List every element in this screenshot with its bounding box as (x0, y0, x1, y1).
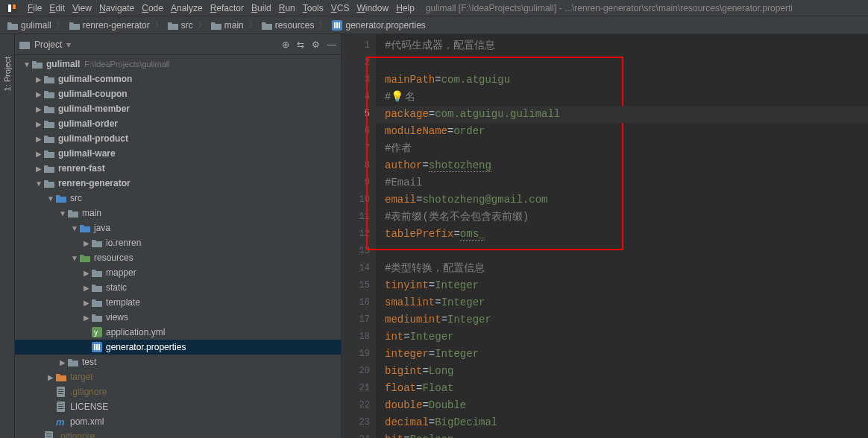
tree-item[interactable]: LICENSE (15, 399, 341, 414)
tree-item[interactable]: ▶template (15, 295, 341, 310)
collapse-icon[interactable]: ⇆ (297, 39, 304, 50)
tree-item[interactable]: ▼renren-generator (15, 176, 341, 191)
breadcrumb-item[interactable]: generator.properties (327, 20, 430, 31)
menu-help[interactable]: Help (392, 1, 418, 15)
sidebar-title: Project (34, 39, 62, 50)
code-line[interactable]: float=Float (385, 380, 868, 397)
menu-code[interactable]: Code (138, 1, 167, 15)
dropdown-icon[interactable]: ▾ (66, 39, 71, 50)
project-tree[interactable]: ▼gulimallF:\IdeaProjects\gulimall▶gulima… (15, 55, 341, 438)
window-title: gulimall [F:\IdeaProjects\gulimall] - ..… (426, 3, 793, 13)
code-line[interactable]: #代码生成器，配置信息 (385, 37, 868, 54)
tree-item[interactable]: ▼resources (15, 250, 341, 265)
hide-icon[interactable]: — (327, 39, 336, 50)
tree-item[interactable]: ▶gulimall-coupon (15, 86, 341, 101)
code-line[interactable]: #💡名 (385, 89, 868, 106)
tree-item[interactable]: generator.properties (15, 340, 341, 355)
menu-refactor[interactable]: Refactor (207, 1, 248, 15)
code-line[interactable]: #Email (385, 174, 868, 191)
code-line[interactable]: email=shotozheng@gmail.com (385, 191, 868, 209)
tree-item[interactable]: ▼java (15, 220, 341, 235)
tree-item[interactable]: ▶gulimall-common (15, 72, 341, 86)
code-line[interactable]: mediumint=Integer (385, 311, 868, 328)
svg-rect-5 (336, 22, 338, 28)
menu-run[interactable]: Run (275, 1, 299, 15)
editor-code[interactable]: #代码生成器，配置信息 mainPath=com.atguigu#💡名packa… (376, 34, 868, 438)
breadcrumb-item[interactable]: gulimall (3, 20, 56, 31)
code-line[interactable]: smallint=Integer (385, 294, 868, 311)
code-line[interactable]: double=Double (385, 397, 868, 414)
code-line[interactable]: mainPath=com.atguigu (385, 72, 868, 89)
code-line[interactable]: author=shotozheng (385, 157, 868, 174)
tree-item[interactable]: ▶target (15, 369, 341, 384)
bulb-icon[interactable]: 💡 (391, 91, 403, 103)
code-line[interactable]: int=Integer (385, 328, 868, 346)
svg-rect-11 (94, 344, 95, 350)
props-icon (91, 342, 103, 352)
tree-item[interactable]: ▶mapper (15, 265, 341, 280)
bluefolder-icon (79, 223, 91, 232)
menu-vcs[interactable]: VCS (327, 1, 353, 15)
menu-analyze[interactable]: Analyze (167, 1, 207, 15)
file-icon (55, 402, 67, 412)
code-line[interactable]: #类型转换，配置信息 (385, 260, 868, 277)
code-line[interactable] (385, 243, 868, 260)
tree-item[interactable]: mpom.xml (15, 414, 341, 429)
maven-icon: m (55, 416, 67, 427)
svg-text:y: y (94, 328, 98, 337)
menu-navigate[interactable]: Navigate (95, 1, 138, 15)
code-line[interactable]: package=com.atguigu.gulimall (376, 106, 868, 123)
tree-item[interactable]: ▶renren-fast (15, 161, 341, 176)
tree-item[interactable]: ▼gulimallF:\IdeaProjects\gulimall (15, 57, 341, 72)
tree-item[interactable]: ▼src (15, 191, 341, 206)
breadcrumb-item[interactable]: renren-generator (65, 20, 154, 31)
code-line[interactable]: bit=Boolean (385, 431, 868, 438)
svg-rect-24 (46, 434, 51, 434)
target-icon[interactable]: ⊕ (282, 39, 289, 50)
tree-item[interactable]: ▶static (15, 280, 341, 295)
code-line[interactable]: #作者 (385, 140, 868, 157)
menu-edit[interactable]: Edit (45, 1, 69, 15)
code-line[interactable]: moduleName=order (385, 123, 868, 140)
project-tool-tab[interactable]: 1: Project (3, 57, 12, 91)
menu-build[interactable]: Build (248, 1, 275, 15)
tree-item[interactable]: ▶gulimall-ware (15, 146, 341, 161)
editor[interactable]: 123456789101112131415161718192021222324 … (342, 34, 868, 438)
folder-icon (43, 179, 55, 188)
svg-rect-19 (58, 404, 63, 404)
code-line[interactable]: decimal=BigDecimal (385, 414, 868, 431)
code-line[interactable]: integer=Integer (385, 346, 868, 363)
tree-item[interactable]: ▶gulimall-order (15, 116, 341, 131)
tree-item[interactable]: ▼main (15, 206, 341, 220)
svg-text:m: m (56, 416, 65, 427)
tree-item[interactable]: ▶views (15, 310, 341, 325)
menu-view[interactable]: View (69, 1, 95, 15)
tree-item[interactable]: .gitignore (15, 429, 341, 438)
breadcrumb-item[interactable]: src (163, 20, 198, 31)
code-line[interactable]: bigint=Long (385, 363, 868, 380)
tree-item[interactable]: ▶test (15, 355, 341, 369)
tree-item[interactable]: ▶gulimall-member (15, 101, 341, 116)
code-line[interactable]: tinyint=Integer (385, 277, 868, 294)
tree-item[interactable]: .gitignore (15, 384, 341, 399)
code-line[interactable]: #表前缀(类名不会包含表前缀) (385, 209, 868, 226)
svg-rect-1 (8, 4, 11, 12)
svg-rect-4 (334, 22, 336, 28)
svg-rect-13 (98, 344, 100, 350)
tree-item[interactable]: ▶gulimall-product (15, 131, 341, 146)
code-line[interactable]: tablePrefix=oms_ (385, 226, 868, 243)
folder-icon (67, 358, 79, 366)
menu-file[interactable]: File (24, 1, 45, 15)
tree-item[interactable]: ▶io.renren (15, 235, 341, 250)
folder-icon (43, 104, 55, 113)
menu-tools[interactable]: Tools (299, 1, 327, 15)
code-line[interactable] (385, 54, 868, 72)
menu-window[interactable]: Window (353, 1, 392, 15)
tree-item[interactable]: yapplication.yml (15, 325, 341, 340)
svg-rect-2 (13, 4, 16, 9)
svg-rect-12 (96, 344, 98, 350)
breadcrumb-item[interactable]: resources (257, 20, 319, 31)
gear-icon[interactable]: ⚙ (312, 39, 320, 50)
breadcrumb-item[interactable]: main (207, 20, 248, 31)
folder-icon (31, 60, 43, 69)
